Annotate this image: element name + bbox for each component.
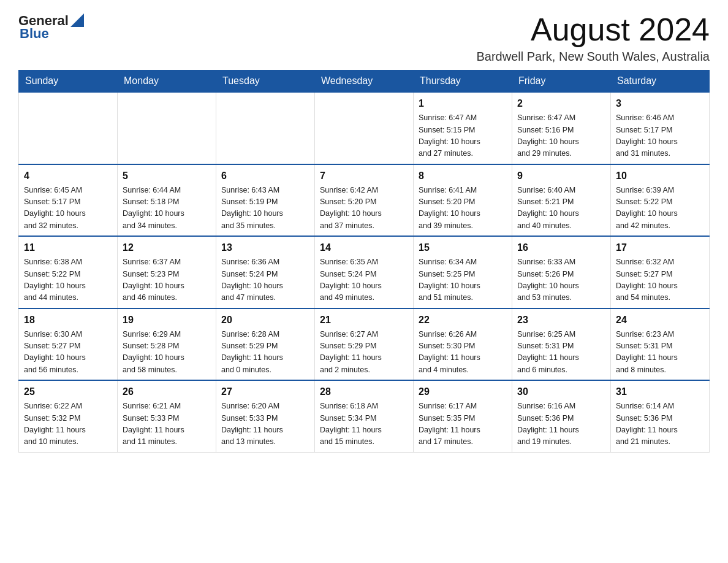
calendar-cell: 3Sunrise: 6:46 AMSunset: 5:17 PMDaylight…: [611, 92, 710, 164]
calendar-cell: 27Sunrise: 6:20 AMSunset: 5:33 PMDayligh…: [216, 380, 315, 452]
calendar-cell: 2Sunrise: 6:47 AMSunset: 5:16 PMDaylight…: [512, 92, 611, 164]
day-number: 16: [517, 240, 605, 255]
day-info: Sunrise: 6:28 AMSunset: 5:29 PMDaylight:…: [221, 329, 309, 377]
logo-triangle-icon: [70, 13, 84, 27]
day-number: 10: [616, 169, 704, 183]
day-number: 9: [517, 169, 605, 183]
calendar-cell: 18Sunrise: 6:30 AMSunset: 5:27 PMDayligh…: [19, 308, 118, 381]
calendar-cell: 21Sunrise: 6:27 AMSunset: 5:29 PMDayligh…: [315, 308, 414, 381]
day-info: Sunrise: 6:27 AMSunset: 5:29 PMDaylight:…: [320, 329, 408, 377]
day-info: Sunrise: 6:16 AMSunset: 5:36 PMDaylight:…: [517, 400, 605, 448]
calendar-table: SundayMondayTuesdayWednesdayThursdayFrid…: [18, 70, 710, 453]
day-info: Sunrise: 6:45 AMSunset: 5:17 PMDaylight:…: [24, 185, 112, 232]
calendar-cell: [315, 92, 414, 164]
calendar-cell: 15Sunrise: 6:34 AMSunset: 5:25 PMDayligh…: [414, 236, 512, 308]
day-info: Sunrise: 6:17 AMSunset: 5:35 PMDaylight:…: [419, 400, 507, 448]
calendar-cell: 30Sunrise: 6:16 AMSunset: 5:36 PMDayligh…: [512, 380, 611, 452]
day-info: Sunrise: 6:14 AMSunset: 5:36 PMDaylight:…: [616, 400, 704, 448]
calendar-cell: 12Sunrise: 6:37 AMSunset: 5:23 PMDayligh…: [118, 236, 216, 308]
day-number: 30: [517, 385, 605, 399]
day-number: 22: [419, 313, 507, 327]
calendar-cell: 7Sunrise: 6:42 AMSunset: 5:20 PMDaylight…: [315, 164, 414, 237]
day-number: 20: [221, 313, 309, 327]
day-info: Sunrise: 6:47 AMSunset: 5:16 PMDaylight:…: [517, 112, 605, 160]
day-info: Sunrise: 6:23 AMSunset: 5:31 PMDaylight:…: [616, 329, 704, 377]
calendar-cell: 4Sunrise: 6:45 AMSunset: 5:17 PMDaylight…: [19, 164, 118, 237]
calendar-cell: 14Sunrise: 6:35 AMSunset: 5:24 PMDayligh…: [315, 236, 414, 308]
day-info: Sunrise: 6:18 AMSunset: 5:34 PMDaylight:…: [320, 400, 408, 448]
day-info: Sunrise: 6:37 AMSunset: 5:23 PMDaylight:…: [123, 256, 211, 304]
day-number: 1: [419, 96, 507, 111]
logo-blue-text: Blue: [20, 26, 49, 42]
day-info: Sunrise: 6:38 AMSunset: 5:22 PMDaylight:…: [24, 256, 112, 304]
day-info: Sunrise: 6:47 AMSunset: 5:15 PMDaylight:…: [419, 112, 507, 160]
logo: General Blue: [18, 12, 84, 42]
calendar-cell: 13Sunrise: 6:36 AMSunset: 5:24 PMDayligh…: [216, 236, 315, 308]
calendar-cell: [216, 92, 315, 164]
location-title: Bardwell Park, New South Wales, Australi…: [476, 50, 710, 64]
day-number: 7: [320, 169, 408, 183]
day-number: 5: [123, 169, 211, 183]
day-info: Sunrise: 6:36 AMSunset: 5:24 PMDaylight:…: [221, 256, 309, 304]
calendar-week-row: 18Sunrise: 6:30 AMSunset: 5:27 PMDayligh…: [19, 308, 710, 381]
calendar-cell: 28Sunrise: 6:18 AMSunset: 5:34 PMDayligh…: [315, 380, 414, 452]
col-header-tuesday: Tuesday: [216, 71, 315, 93]
header: General Blue August 2024 Bardwell Park, …: [18, 12, 710, 64]
day-number: 2: [517, 96, 605, 111]
calendar-cell: 9Sunrise: 6:40 AMSunset: 5:21 PMDaylight…: [512, 164, 611, 237]
day-number: 13: [221, 240, 309, 255]
month-title: August 2024: [476, 12, 710, 47]
day-number: 28: [320, 385, 408, 399]
day-info: Sunrise: 6:34 AMSunset: 5:25 PMDaylight:…: [419, 256, 507, 304]
calendar-cell: 17Sunrise: 6:32 AMSunset: 5:27 PMDayligh…: [611, 236, 710, 308]
calendar-week-row: 25Sunrise: 6:22 AMSunset: 5:32 PMDayligh…: [19, 380, 710, 452]
day-info: Sunrise: 6:29 AMSunset: 5:28 PMDaylight:…: [123, 329, 211, 377]
day-number: 4: [24, 169, 112, 183]
day-info: Sunrise: 6:22 AMSunset: 5:32 PMDaylight:…: [24, 400, 112, 448]
day-number: 21: [320, 313, 408, 327]
day-number: 14: [320, 240, 408, 255]
col-header-thursday: Thursday: [414, 71, 512, 93]
day-info: Sunrise: 6:26 AMSunset: 5:30 PMDaylight:…: [419, 329, 507, 377]
calendar-cell: 26Sunrise: 6:21 AMSunset: 5:33 PMDayligh…: [118, 380, 216, 452]
day-number: 8: [419, 169, 507, 183]
day-info: Sunrise: 6:20 AMSunset: 5:33 PMDaylight:…: [221, 400, 309, 448]
calendar-week-row: 1Sunrise: 6:47 AMSunset: 5:15 PMDaylight…: [19, 92, 710, 164]
calendar-cell: 16Sunrise: 6:33 AMSunset: 5:26 PMDayligh…: [512, 236, 611, 308]
day-info: Sunrise: 6:44 AMSunset: 5:18 PMDaylight:…: [123, 185, 211, 232]
calendar-cell: [19, 92, 118, 164]
calendar-header-row: SundayMondayTuesdayWednesdayThursdayFrid…: [19, 71, 710, 93]
day-number: 6: [221, 169, 309, 183]
day-number: 3: [616, 96, 704, 111]
calendar-cell: 19Sunrise: 6:29 AMSunset: 5:28 PMDayligh…: [118, 308, 216, 381]
calendar-cell: 20Sunrise: 6:28 AMSunset: 5:29 PMDayligh…: [216, 308, 315, 381]
svg-marker-0: [70, 13, 84, 27]
calendar-cell: 29Sunrise: 6:17 AMSunset: 5:35 PMDayligh…: [414, 380, 512, 452]
day-info: Sunrise: 6:25 AMSunset: 5:31 PMDaylight:…: [517, 329, 605, 377]
day-number: 19: [123, 313, 211, 327]
day-info: Sunrise: 6:32 AMSunset: 5:27 PMDaylight:…: [616, 256, 704, 304]
day-number: 24: [616, 313, 704, 327]
calendar-cell: 24Sunrise: 6:23 AMSunset: 5:31 PMDayligh…: [611, 308, 710, 381]
day-number: 18: [24, 313, 112, 327]
col-header-monday: Monday: [118, 71, 216, 93]
calendar-cell: 8Sunrise: 6:41 AMSunset: 5:20 PMDaylight…: [414, 164, 512, 237]
day-number: 26: [123, 385, 211, 399]
calendar-cell: 11Sunrise: 6:38 AMSunset: 5:22 PMDayligh…: [19, 236, 118, 308]
calendar-cell: [118, 92, 216, 164]
calendar-cell: 31Sunrise: 6:14 AMSunset: 5:36 PMDayligh…: [611, 380, 710, 452]
day-number: 31: [616, 385, 704, 399]
day-number: 25: [24, 385, 112, 399]
day-info: Sunrise: 6:46 AMSunset: 5:17 PMDaylight:…: [616, 112, 704, 160]
day-number: 29: [419, 385, 507, 399]
col-header-saturday: Saturday: [611, 71, 710, 93]
col-header-friday: Friday: [512, 71, 611, 93]
col-header-wednesday: Wednesday: [315, 71, 414, 93]
day-number: 23: [517, 313, 605, 327]
calendar-cell: 1Sunrise: 6:47 AMSunset: 5:15 PMDaylight…: [414, 92, 512, 164]
day-info: Sunrise: 6:21 AMSunset: 5:33 PMDaylight:…: [123, 400, 211, 448]
day-info: Sunrise: 6:30 AMSunset: 5:27 PMDaylight:…: [24, 329, 112, 377]
calendar-cell: 25Sunrise: 6:22 AMSunset: 5:32 PMDayligh…: [19, 380, 118, 452]
calendar-cell: 23Sunrise: 6:25 AMSunset: 5:31 PMDayligh…: [512, 308, 611, 381]
title-area: August 2024 Bardwell Park, New South Wal…: [476, 12, 710, 64]
